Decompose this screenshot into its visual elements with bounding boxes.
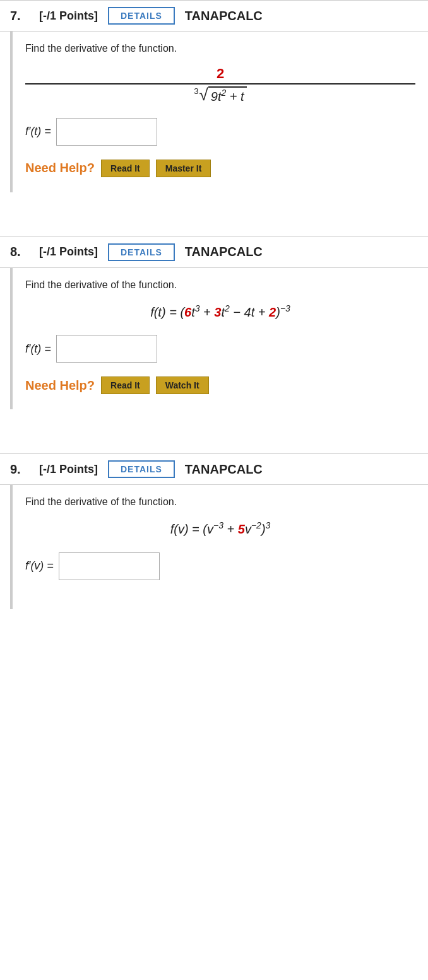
question-8: 8. [-/1 Points] DETAILS TANAPCALC Find t… xyxy=(0,236,428,410)
question-8-answer-row: f′(t) = xyxy=(25,335,415,363)
question-8-help-row: Need Help? Read It Watch It xyxy=(25,376,415,394)
question-7-course: TANAPCALC xyxy=(185,9,263,23)
question-7-prompt: Find the derivative of the function. xyxy=(25,43,415,54)
question-7-number: 7. xyxy=(10,9,29,23)
question-7-read-it-button[interactable]: Read It xyxy=(101,160,150,177)
question-9-formula: f(v) = (v−3 + 5v−2)3 xyxy=(25,519,415,539)
question-9-answer-label: f′(v) = xyxy=(25,559,54,573)
question-8-equation: f(t) = (6t3 + 3t2 − 4t + 2)−3 xyxy=(150,302,290,322)
question-9-body: Find the derivative of the function. f(v… xyxy=(10,485,428,609)
question-7-master-it-button[interactable]: Master It xyxy=(156,160,211,177)
question-7-header: 7. [-/1 Points] DETAILS TANAPCALC xyxy=(0,0,428,32)
question-7-answer-label: f′(t) = xyxy=(25,125,51,138)
radical-content: 9t2 + t xyxy=(208,86,247,104)
question-8-formula: f(t) = (6t3 + 3t2 − 4t + 2)−3 xyxy=(25,302,415,322)
question-7: 7. [-/1 Points] DETAILS TANAPCALC Find t… xyxy=(0,0,428,192)
question-9-course: TANAPCALC xyxy=(185,462,263,477)
radical-sign: √ xyxy=(199,86,208,103)
gap-2 xyxy=(0,435,428,453)
radical-index: 3 xyxy=(194,86,198,96)
question-8-need-help: Need Help? xyxy=(25,378,95,393)
question-9-number: 9. xyxy=(10,462,29,477)
question-8-prompt: Find the derivative of the function. xyxy=(25,279,415,291)
question-8-body: Find the derivative of the function. f(t… xyxy=(10,268,428,410)
cube-root-wrap: 3 √ 9t2 + t xyxy=(194,86,246,104)
question-9-answer-row: f′(v) = xyxy=(25,552,415,580)
question-9-prompt: Find the derivative of the function. xyxy=(25,496,415,508)
question-7-formula: 2 3 √ 9t2 + t xyxy=(25,66,415,104)
question-8-answer-label: f′(t) = xyxy=(25,342,51,356)
question-9: 9. [-/1 Points] DETAILS TANAPCALC Find t… xyxy=(0,453,428,609)
question-8-number: 8. xyxy=(10,245,29,259)
question-8-details-button[interactable]: DETAILS xyxy=(108,243,175,261)
question-9-details-button[interactable]: DETAILS xyxy=(108,460,175,478)
question-8-header: 8. [-/1 Points] DETAILS TANAPCALC xyxy=(0,236,428,268)
question-8-answer-input[interactable] xyxy=(56,335,157,363)
question-7-points: [-/1 Points] xyxy=(39,9,98,23)
question-9-answer-input[interactable] xyxy=(59,552,160,580)
question-9-header: 9. [-/1 Points] DETAILS TANAPCALC xyxy=(0,453,428,485)
question-7-denominator: 3 √ 9t2 + t xyxy=(194,85,246,104)
question-9-points: [-/1 Points] xyxy=(39,463,98,476)
question-7-answer-input[interactable] xyxy=(56,118,157,146)
question-7-details-button[interactable]: DETAILS xyxy=(108,7,175,25)
question-8-read-it-button[interactable]: Read It xyxy=(101,376,150,394)
gap-1 xyxy=(0,218,428,236)
question-9-equation: f(v) = (v−3 + 5v−2)3 xyxy=(170,519,271,539)
question-7-need-help: Need Help? xyxy=(25,161,95,175)
question-8-points: [-/1 Points] xyxy=(39,245,98,259)
question-8-watch-it-button[interactable]: Watch It xyxy=(156,376,209,394)
question-8-course: TANAPCALC xyxy=(185,245,263,259)
question-7-body: Find the derivative of the function. 2 3… xyxy=(10,32,428,192)
question-7-help-row: Need Help? Read It Master It xyxy=(25,160,415,177)
question-7-numerator: 2 xyxy=(25,66,415,85)
question-7-answer-row: f′(t) = xyxy=(25,118,415,146)
